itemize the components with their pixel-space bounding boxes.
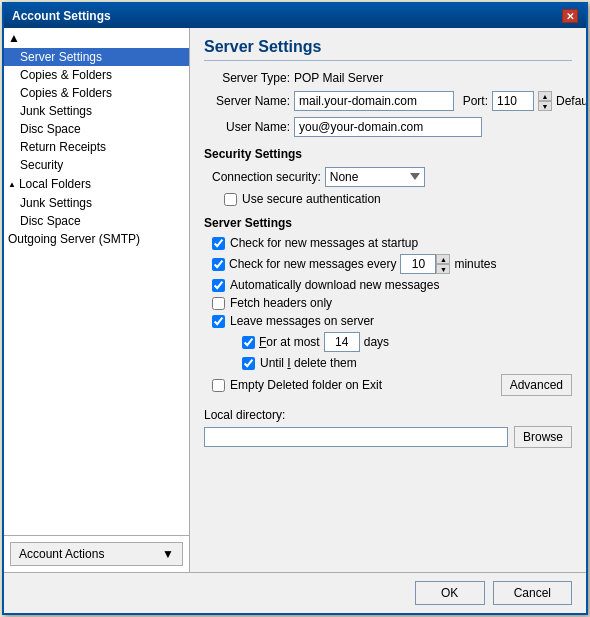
sidebar-item-local-disc[interactable]: Disc Space [4,212,189,230]
check-every-unit: minutes [454,257,496,271]
advanced-button[interactable]: Advanced [501,374,572,396]
use-secure-auth-checkbox[interactable] [224,193,237,206]
local-folders-arrow: ▲ [8,180,16,189]
sidebar-item-junk-settings[interactable]: Junk Settings [4,102,189,120]
empty-deleted-checkbox[interactable] [212,379,225,392]
dialog-body: ▲ Server Settings Copies & Folders Copie… [4,28,586,572]
local-directory-section: Local directory: Browse [204,408,572,448]
username-label: User Name: [204,120,290,134]
use-secure-auth-row: Use secure authentication [204,192,572,206]
empty-deleted-checkbox-row: Empty Deleted folder on Exit [212,378,382,392]
leave-messages-label: Leave messages on server [230,314,374,328]
default-label: Default: [556,94,586,108]
local-folders-label: Local Folders [19,177,91,191]
server-name-input[interactable] [294,91,454,111]
auto-download-row: Automatically download new messages [204,278,572,292]
server-name-label: Server Name: [204,94,290,108]
for-at-most-checkbox[interactable] [242,336,255,349]
use-secure-auth-label: Use secure authentication [242,192,381,206]
check-startup-label: Check for new messages at startup [230,236,418,250]
fetch-headers-checkbox[interactable] [212,297,225,310]
left-panel: ▲ Server Settings Copies & Folders Copie… [4,28,190,572]
sidebar-item-server-settings[interactable]: Server Settings [4,48,189,66]
connection-security-dropdown[interactable]: None STARTTLS SSL/TLS [325,167,425,187]
until-delete-checkbox[interactable] [242,357,255,370]
port-up-button[interactable]: ▲ [538,91,552,101]
server-type-value: POP Mail Server [294,71,383,85]
check-startup-row: Check for new messages at startup [204,236,572,250]
username-input[interactable] [294,117,482,137]
check-every-label: Check for new messages every [229,257,396,271]
empty-deleted-label: Empty Deleted folder on Exit [230,378,382,392]
until-delete-row: Until I delete them [204,356,572,370]
local-dir-row: Browse [204,426,572,448]
sidebar-item-return-receipts[interactable]: Return Receipts [4,138,189,156]
minutes-spin: ▲ ▼ [400,254,450,274]
fetch-headers-row: Fetch headers only [204,296,572,310]
local-dir-input[interactable] [204,427,508,447]
title-bar: Account Settings ✕ [4,4,586,28]
panel-title: Server Settings [204,38,572,61]
sidebar-item-copies-folders[interactable]: Copies & Folders [4,66,189,84]
browse-button[interactable]: Browse [514,426,572,448]
for-at-most-input[interactable] [324,332,360,352]
leave-messages-checkbox[interactable] [212,315,225,328]
days-label: days [364,335,389,349]
minutes-up-button[interactable]: ▲ [436,254,450,264]
dialog-footer: OK Cancel [4,572,586,613]
port-spinner: ▲ ▼ [538,91,552,111]
check-every-input[interactable] [400,254,436,274]
left-bottom: Account Actions ▼ [4,535,189,572]
port-label: Port: [458,94,488,108]
server-name-row: Server Name: Port: ▲ ▼ Default: [204,91,572,111]
local-dir-label: Local directory: [204,408,572,422]
port-input[interactable] [492,91,534,111]
minutes-down-button[interactable]: ▼ [436,264,450,274]
check-every-row: Check for new messages every ▲ ▼ minutes [204,254,572,274]
account-actions-label: Account Actions [19,547,104,561]
minutes-spinner: ▲ ▼ [436,254,450,274]
for-at-most-label: For at most [259,335,320,349]
for-at-most-row: For at most days [204,332,572,352]
local-folders-header[interactable]: ▲ Local Folders [4,174,189,194]
cancel-button[interactable]: Cancel [493,581,572,605]
account-settings-dialog: Account Settings ✕ ▲ Server Settings Cop… [2,2,588,615]
right-panel: Server Settings Server Type: POP Mail Se… [190,28,586,572]
security-section-header: Security Settings [204,147,572,161]
server-settings-section-header: Server Settings [204,216,572,230]
dialog-title: Account Settings [12,9,111,23]
account-actions-arrow: ▼ [162,547,174,561]
close-button[interactable]: ✕ [562,9,578,23]
sidebar-item-composition[interactable]: Copies & Folders [4,84,189,102]
ok-button[interactable]: OK [415,581,485,605]
sidebar-item-local-junk[interactable]: Junk Settings [4,194,189,212]
until-delete-label: Until I delete them [260,356,357,370]
username-row: User Name: [204,117,572,137]
auto-download-checkbox[interactable] [212,279,225,292]
check-startup-checkbox[interactable] [212,237,225,250]
empty-deleted-row: Empty Deleted folder on Exit Advanced [204,374,572,396]
server-type-label: Server Type: [204,71,290,85]
port-down-button[interactable]: ▼ [538,101,552,111]
leave-messages-row: Leave messages on server [204,314,572,328]
sidebar-item-disc-space[interactable]: Disc Space [4,120,189,138]
connection-security-label: Connection security: [212,170,321,184]
tree-root[interactable]: ▲ [4,28,189,48]
sidebar-item-outgoing-smtp[interactable]: Outgoing Server (SMTP) [4,230,189,248]
tree-arrow: ▲ [8,31,20,45]
server-type-row: Server Type: POP Mail Server [204,71,572,85]
connection-security-row: Connection security: None STARTTLS SSL/T… [204,167,572,187]
sidebar-item-security[interactable]: Security [4,156,189,174]
check-every-checkbox[interactable] [212,258,225,271]
account-actions-button[interactable]: Account Actions ▼ [10,542,183,566]
fetch-headers-label: Fetch headers only [230,296,332,310]
auto-download-label: Automatically download new messages [230,278,439,292]
